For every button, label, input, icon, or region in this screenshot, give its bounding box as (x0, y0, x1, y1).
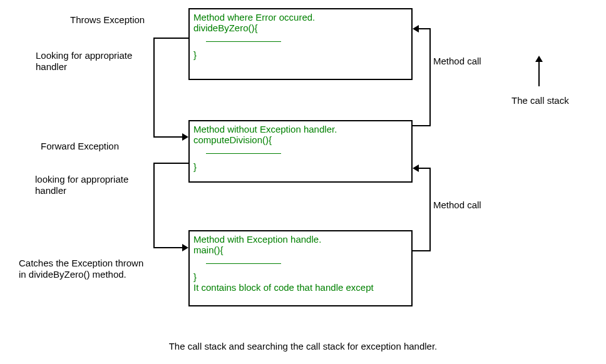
box-main: Method with Exception handle. main(){ } … (188, 230, 413, 306)
label-throws: Throws Exception (70, 14, 145, 25)
label-forward: Forward Exception (41, 141, 119, 151)
box1-line1: Method where Error occured. (193, 12, 408, 23)
box3-line1: Method with Exception handle. (193, 234, 408, 245)
label-looking1b: handler (36, 61, 67, 72)
arrow-right2-top (418, 168, 431, 169)
label-looking2b: handler (35, 185, 66, 196)
arrow-callstack-head (535, 56, 543, 62)
box2-line3: } (193, 161, 408, 172)
arrow-left2-head (182, 244, 188, 251)
box3-line4: It contains block of code that handle ex… (193, 282, 408, 293)
arrow-left2-top (153, 163, 188, 164)
box3-line2: main(){ (193, 245, 408, 255)
arrow-right1-head (413, 25, 419, 33)
arrow-right1-bottom (413, 125, 431, 126)
label-callstack: The call stack (511, 95, 569, 106)
box1-underline (206, 41, 281, 42)
box1-line2: divideByZero(){ (193, 23, 408, 33)
box-compute-division: Method without Exception handler. comput… (188, 120, 413, 183)
label-catches1: Catches the Exception thrown (19, 258, 143, 268)
arrow-left2-bottom (153, 247, 183, 248)
arrow-left2-v (153, 163, 155, 248)
arrow-left1-v (153, 38, 155, 138)
arrow-callstack-v (538, 61, 540, 86)
arrow-right2-v (429, 168, 431, 251)
label-methodcall1: Method call (433, 56, 481, 66)
box-divide-by-zero: Method where Error occured. divideByZero… (188, 8, 413, 80)
box2-line2: computeDivision(){ (193, 134, 408, 145)
label-looking2a: looking for appropriate (35, 174, 128, 185)
arrow-right2-head (413, 164, 419, 172)
arrow-left1-top (153, 38, 188, 39)
label-catches2: in divideByZero() method. (19, 269, 126, 280)
box1-line3: } (193, 49, 408, 60)
box3-line3: } (193, 271, 408, 282)
arrow-left1-head (182, 133, 188, 141)
arrow-right1-v (429, 28, 431, 126)
arrow-left1-bottom (153, 136, 183, 138)
caption: The call stack and searching the call st… (169, 341, 438, 351)
box2-underline (206, 153, 281, 154)
label-looking1a: Looking for appropriate (36, 50, 132, 61)
arrow-right2-bottom (413, 250, 431, 251)
box2-line1: Method without Exception handler. (193, 124, 408, 134)
label-methodcall2: Method call (433, 200, 481, 210)
arrow-right1-top (418, 28, 431, 29)
box3-underline (206, 263, 281, 264)
